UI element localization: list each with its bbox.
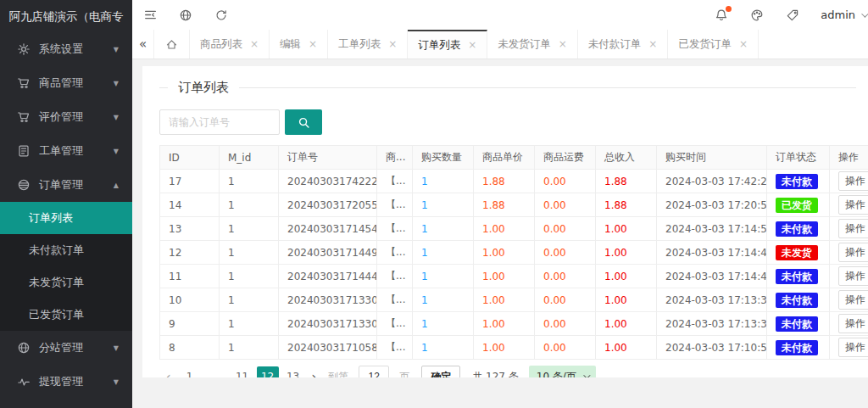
next-page-icon[interactable]: › bbox=[305, 370, 324, 377]
close-icon[interactable]: × bbox=[739, 38, 748, 50]
tab[interactable]: 已发货订单 × bbox=[668, 30, 759, 59]
order-no-search-input[interactable] bbox=[159, 109, 280, 135]
cell-total-income: 1.88 bbox=[596, 170, 657, 193]
page-number[interactable]: ... bbox=[207, 366, 225, 377]
cell-id: 12 bbox=[160, 241, 220, 265]
close-icon[interactable]: × bbox=[309, 38, 317, 50]
tab[interactable]: 编辑 × bbox=[270, 30, 328, 59]
status-badge: 未付款 bbox=[776, 293, 818, 308]
content-area: 订单列表 ID bbox=[132, 59, 868, 408]
submenu-item-shipped-orders[interactable]: 已发货订单 bbox=[0, 299, 132, 331]
username: admin bbox=[821, 8, 855, 21]
status-badge: 未付款 bbox=[776, 174, 818, 189]
cell-actions: 操作 删除 bbox=[830, 241, 868, 265]
sidebar-item-products[interactable]: 商品管理 ▼ bbox=[0, 66, 132, 100]
goto-page-input[interactable] bbox=[359, 366, 389, 377]
table-row: 11 1 20240303171444987 【... 1 1.00 0.00 … bbox=[160, 265, 868, 288]
page-number[interactable]: 11 bbox=[233, 366, 252, 377]
page-number[interactable]: 13 bbox=[284, 366, 303, 377]
sidebar-item-orders[interactable]: 订单管理 ▲ bbox=[0, 168, 132, 202]
page-number[interactable]: 12 bbox=[257, 366, 279, 377]
row-action-button[interactable]: 操作 bbox=[838, 171, 868, 190]
cell-purchase-time: 2024-03-03 17:14:49 bbox=[657, 241, 767, 265]
row-action-button[interactable]: 操作 bbox=[838, 266, 868, 285]
cell-status: 未付款 bbox=[767, 265, 830, 288]
cell-qty[interactable]: 1 bbox=[413, 193, 474, 217]
sidebar-item-tickets[interactable]: 工单管理 ▼ bbox=[0, 134, 132, 168]
cell-qty[interactable]: 1 bbox=[413, 170, 474, 193]
cell-order-no: 20240303171330403 bbox=[279, 312, 377, 336]
page-number[interactable]: 1 bbox=[181, 366, 199, 377]
tab[interactable]: 商品列表 × bbox=[190, 30, 270, 59]
sidebar-item-withdrawals[interactable]: 提现管理 ▼ bbox=[0, 365, 132, 399]
theme-palette-icon[interactable] bbox=[739, 0, 775, 30]
column-header: 操作 bbox=[830, 146, 868, 170]
sidebar-item-system-settings[interactable]: 系统设置 ▼ bbox=[0, 32, 132, 66]
column-header: 购买数量 bbox=[413, 146, 474, 170]
cart-icon bbox=[17, 76, 31, 90]
tab[interactable]: 工单列表 × bbox=[328, 30, 408, 59]
sidebar-item-label: 提现管理 bbox=[39, 374, 114, 389]
cell-unit-price: 1.00 bbox=[474, 336, 535, 360]
page-size-select[interactable]: 10 条/页 bbox=[529, 366, 596, 377]
cart-icon bbox=[17, 110, 31, 124]
status-badge: 未付款 bbox=[776, 221, 818, 237]
goto-confirm-button[interactable]: 确定 bbox=[421, 366, 460, 377]
row-action-button[interactable]: 操作 bbox=[838, 243, 868, 261]
cell-m-id: 1 bbox=[220, 217, 279, 241]
tab[interactable]: 订单列表 × bbox=[408, 30, 487, 59]
cell-qty[interactable]: 1 bbox=[413, 312, 474, 336]
close-icon[interactable]: × bbox=[559, 38, 567, 50]
orders-submenu: 订单列表 未付款订单 未发货订单 已发货订单 bbox=[0, 202, 132, 331]
sidebar-item-label: 分站管理 bbox=[39, 340, 114, 355]
row-action-button[interactable]: 操作 bbox=[838, 290, 868, 309]
orders-table: ID M_id 订单号 商... 购买数量 商品单价 bbox=[159, 145, 868, 360]
close-icon[interactable]: × bbox=[468, 39, 476, 51]
tab[interactable]: 未发货订单 × bbox=[487, 30, 578, 59]
goto-prefix-label: 到第 bbox=[328, 370, 348, 378]
tabs-scroll-left-icon[interactable]: « bbox=[132, 30, 154, 59]
cell-qty[interactable]: 1 bbox=[413, 217, 474, 241]
sidebar-item-substations[interactable]: 分站管理 ▼ bbox=[0, 331, 132, 365]
orders-icon bbox=[17, 178, 31, 192]
cell-qty[interactable]: 1 bbox=[413, 288, 474, 312]
submenu-item-unshipped-orders[interactable]: 未发货订单 bbox=[0, 266, 132, 299]
sidebar-item-reviews[interactable]: 评价管理 ▼ bbox=[0, 100, 132, 134]
cell-purchase-time: 2024-03-03 17:20:55 bbox=[657, 193, 767, 217]
table-row: 14 1 20240303172055739 【... 1 1.88 0.00 … bbox=[160, 193, 868, 217]
tab[interactable]: 未付款订单 × bbox=[578, 30, 669, 59]
cell-status: 未付款 bbox=[767, 336, 830, 360]
cell-qty[interactable]: 1 bbox=[413, 265, 474, 288]
prev-page-icon[interactable]: ‹ bbox=[159, 370, 178, 377]
refresh-icon[interactable] bbox=[203, 0, 239, 30]
row-action-button[interactable]: 操作 bbox=[838, 195, 868, 214]
status-badge: 未发货 bbox=[776, 245, 818, 260]
row-action-button[interactable]: 操作 bbox=[838, 338, 868, 356]
column-header: 订单状态 bbox=[767, 146, 830, 170]
submenu-item-unpaid-orders[interactable]: 未付款订单 bbox=[0, 234, 132, 266]
collapse-sidebar-icon[interactable] bbox=[132, 0, 168, 30]
cell-m-id: 1 bbox=[220, 241, 279, 265]
sidebar-item-label: 订单管理 bbox=[39, 177, 114, 193]
bell-icon[interactable] bbox=[704, 0, 739, 30]
table-row: 13 1 20240303171454702 【... 1 1.00 0.00 … bbox=[160, 217, 868, 241]
submenu-item-order-list[interactable]: 订单列表 bbox=[0, 202, 132, 234]
close-icon[interactable]: × bbox=[648, 38, 657, 50]
site-globe-icon[interactable] bbox=[168, 0, 203, 30]
cell-shipping-fee: 0.00 bbox=[535, 265, 596, 288]
row-action-button[interactable]: 操作 bbox=[838, 314, 868, 333]
cell-m-id: 1 bbox=[220, 265, 279, 288]
home-tab[interactable] bbox=[154, 30, 190, 59]
close-icon[interactable]: × bbox=[388, 38, 397, 50]
close-icon[interactable]: × bbox=[250, 38, 259, 50]
user-menu[interactable]: admin bbox=[810, 8, 868, 21]
row-action-button[interactable]: 操作 bbox=[838, 219, 868, 238]
tag-icon[interactable] bbox=[775, 0, 810, 30]
app-title: 阿九店铺演示（电商专 bbox=[0, 0, 132, 32]
search-button[interactable] bbox=[285, 109, 322, 135]
chevron-down-icon bbox=[583, 372, 590, 377]
globe-icon bbox=[17, 341, 31, 355]
cell-qty[interactable]: 1 bbox=[413, 336, 474, 360]
table-row: 17 1 20240303174222649 【... 1 1.88 0.00 … bbox=[160, 170, 868, 193]
cell-qty[interactable]: 1 bbox=[413, 241, 474, 265]
